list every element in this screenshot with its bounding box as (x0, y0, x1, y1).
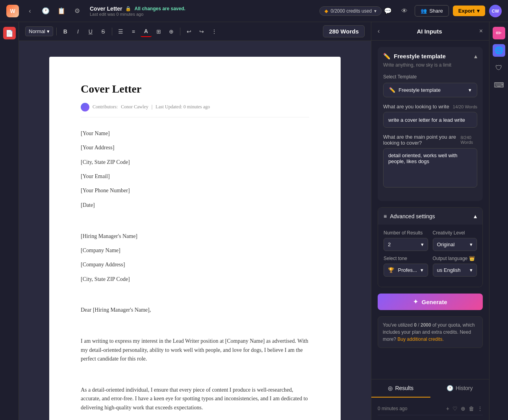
document-heading: Cover Letter (81, 80, 309, 98)
share-label: Share (429, 8, 443, 14)
top-navigation: W ‹ 🕐 📋 ⚙ Cover Letter 🔒 All changes are… (0, 0, 508, 22)
result-trash-button[interactable]: 🗑 (469, 405, 474, 412)
opening-paragraph: I am writing to express my interest in t… (81, 337, 309, 363)
app-logo: W (6, 5, 19, 17)
template-emoji: ✏️ (389, 87, 395, 93)
undo-button[interactable]: ↩ (184, 26, 195, 37)
document-meta: Contributors: Conor Cawley | Last Update… (81, 103, 309, 117)
tab-history[interactable]: 🕐 History (430, 379, 489, 398)
results-section: 0 minutes ago + ♡ ⊕ 🗑 ⋮ (371, 398, 489, 420)
saved-status: All changes are saved. (134, 6, 185, 11)
document-scroll: Cover Letter Contributors: Conor Cawley … (19, 41, 371, 420)
buy-credits-link[interactable]: Buy additional credits. (397, 336, 443, 342)
font-color-button[interactable]: A (141, 26, 152, 37)
share-button[interactable]: 👥 Share (415, 5, 449, 17)
output-lang-value: us English (437, 267, 461, 273)
generate-button[interactable]: ✦ Generate (378, 294, 483, 310)
rs-icon-keyboard[interactable]: ⌨ (493, 79, 505, 91)
write-field-header: What are you looking to write 14/20 Word… (383, 104, 477, 110)
city-state-zip: [City, State ZIP Code] (81, 158, 309, 167)
avatar: CW (489, 5, 502, 17)
your-phone: [Your Phone Number] (81, 186, 309, 195)
document-title-area: Cover Letter 🔒 All changes are saved. La… (90, 6, 185, 17)
credits-text: 0/2000 credits used (330, 8, 372, 14)
freestyle-section: ✏️ Freestyle template ▴ Write anything, … (378, 47, 483, 201)
settings-button[interactable]: ⚙ (71, 5, 83, 17)
quota-used: 0 (414, 322, 417, 328)
tone-label: Select tone (384, 256, 428, 261)
main-area: 📄 Normal ▾ B I U S ☰ ≡ A ⊞ ⊕ ↩ ↪ ⋮ 280 W… (0, 22, 508, 420)
align-button[interactable]: ≡ (128, 26, 139, 37)
export-chevron: ▾ (477, 8, 480, 14)
history-tab-icon: 🕐 (447, 385, 453, 391)
freestyle-title: Freestyle template (394, 53, 446, 59)
rs-icon-shield[interactable]: 🛡 (493, 61, 505, 74)
rs-icon-globe[interactable]: 🌐 (493, 44, 505, 57)
redo-button[interactable]: ↪ (196, 26, 207, 37)
contributor-avatar (81, 103, 89, 112)
advanced-title: Advanced settings (390, 213, 435, 219)
last-edit-text: Last edit was 0 minutes ago (90, 12, 185, 17)
tone-language-row: Select tone 🏆 Profes... ▾ Output languag… (384, 256, 477, 277)
ai-panel-title-text: AI Inputs (417, 28, 442, 35)
bullet-list-button[interactable]: ☰ (115, 26, 126, 37)
freestyle-emoji: ✏️ (383, 53, 391, 60)
advanced-settings-section: ≡ Advanced settings ▴ Number of Results … (378, 207, 483, 287)
more-options-button[interactable]: ⋮ (209, 26, 220, 37)
italic-button[interactable]: I (72, 26, 83, 37)
result-time: 0 minutes ago (378, 406, 407, 411)
spacer-5 (81, 418, 309, 420)
strikethrough-button[interactable]: S (98, 26, 109, 37)
credits-badge[interactable]: ◆ 0/2000 credits used ▾ (319, 6, 382, 16)
result-item: 0 minutes ago + ♡ ⊕ 🗑 ⋮ (378, 402, 483, 415)
result-heart-button[interactable]: ♡ (452, 405, 458, 412)
salutation: Dear [Hiring Manager's Name], (81, 306, 309, 314)
results-tab-icon: ◎ (388, 385, 393, 391)
image-button[interactable]: ⊞ (153, 26, 164, 37)
creativity-select[interactable]: Original ▾ (433, 238, 477, 251)
main-points-textarea[interactable]: detail oriented, works well with people,… (383, 148, 477, 188)
your-name: [Your Name] (81, 129, 309, 138)
output-lang-col: Output language 👑 us English ▾ (433, 256, 477, 277)
output-lang-select[interactable]: us English ▾ (433, 264, 477, 277)
tab-results[interactable]: ◎ Results (371, 379, 430, 398)
bold-button[interactable]: B (60, 26, 71, 37)
result-copy-button[interactable]: ⊕ (461, 405, 465, 412)
template-dropdown[interactable]: ✏️ Freestyle template ▾ (383, 83, 477, 97)
history-button[interactable]: 🕐 (39, 5, 52, 17)
preview-button[interactable]: 👁 (398, 5, 411, 17)
result-add-button[interactable]: + (446, 405, 449, 412)
rs-icon-pink[interactable]: ✏ (493, 27, 505, 39)
toolbar-divider-2 (112, 28, 112, 35)
date-field: [Date] (81, 201, 309, 210)
freestyle-subtitle: Write anything, now sky is a limit (383, 62, 477, 68)
back-button[interactable]: ‹ (24, 5, 36, 17)
comment-button[interactable]: 💬 (382, 5, 394, 17)
ai-panel-close-button[interactable]: × (479, 28, 483, 35)
quota-total: 2000 (421, 322, 431, 328)
spacer-2 (81, 289, 309, 298)
word-count-badge: 280 Words (323, 25, 365, 37)
tone-select[interactable]: 🏆 Profes... ▾ (384, 264, 428, 277)
editor-container: Normal ▾ B I U S ☰ ≡ A ⊞ ⊕ ↩ ↪ ⋮ 280 Wor… (19, 22, 371, 420)
copy-button[interactable]: 📋 (55, 5, 68, 17)
select-template-label: Select Template (383, 74, 477, 80)
tone-value: Profes... (398, 267, 417, 273)
ai-panel-back-button[interactable]: ‹ (378, 28, 380, 35)
underline-button[interactable]: U (85, 26, 96, 37)
link-button[interactable]: ⊕ (166, 26, 177, 37)
export-button[interactable]: Export ▾ (453, 6, 485, 16)
ai-panel: ‹ AI Inputs × ✏️ Freestyle template ▴ Wr… (371, 22, 489, 420)
sidebar-doc-icon[interactable]: 📄 (3, 27, 16, 39)
num-results-label: Number of Results (384, 230, 428, 236)
advanced-settings-header[interactable]: ≡ Advanced settings ▴ (378, 208, 482, 225)
write-field-input[interactable]: write a cover letter for a lead write (383, 112, 477, 128)
format-select[interactable]: Normal ▾ (25, 26, 53, 36)
toolbar-divider-1 (56, 28, 57, 35)
output-lang-chevron: ▾ (470, 267, 473, 273)
num-results-select[interactable]: 2 ▾ (384, 238, 428, 251)
result-more-button[interactable]: ⋮ (477, 405, 483, 412)
export-label: Export (458, 8, 475, 14)
document-page: Cover Letter Contributors: Conor Cawley … (49, 57, 341, 420)
creativity-label: Creativity Level (433, 230, 477, 236)
